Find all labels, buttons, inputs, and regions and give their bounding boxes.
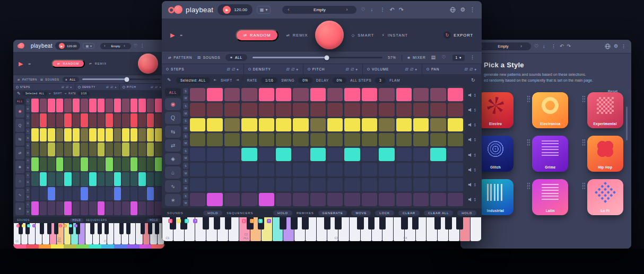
step-cell[interactable] bbox=[40, 113, 47, 127]
refresh-icon[interactable]: ↻ bbox=[471, 78, 476, 83]
drag-handle-icon[interactable] bbox=[582, 139, 586, 146]
step-cell[interactable] bbox=[64, 187, 72, 201]
dice-icon[interactable]: ⚂ bbox=[66, 85, 68, 89]
step-cell[interactable] bbox=[155, 187, 162, 201]
step-cell[interactable] bbox=[106, 128, 113, 142]
hold-button[interactable]: HOLD bbox=[147, 218, 161, 222]
remixes-label[interactable]: REMIXES bbox=[297, 211, 314, 215]
favorite-icon[interactable]: ♡ bbox=[134, 44, 137, 48]
step-cell[interactable] bbox=[207, 118, 222, 131]
remix-slot-chip[interactable]: 7 bbox=[32, 224, 36, 227]
step-cell[interactable] bbox=[98, 172, 105, 186]
tab-pattern[interactable]: ⇄PATTERN bbox=[18, 78, 37, 81]
rate-stepper[interactable]: ▴▾ bbox=[474, 137, 476, 142]
step-cell[interactable] bbox=[310, 118, 326, 131]
sequencers-label[interactable]: SEQUENCERS bbox=[227, 211, 253, 215]
step-cell[interactable] bbox=[413, 133, 429, 146]
sidebar-all-button[interactable]: ALL bbox=[15, 99, 24, 104]
step-cell[interactable] bbox=[293, 193, 308, 206]
step-cell[interactable] bbox=[40, 157, 47, 171]
step-cell[interactable] bbox=[114, 201, 121, 215]
step-cell[interactable] bbox=[122, 187, 129, 201]
step-cell[interactable] bbox=[155, 172, 162, 186]
step-cell[interactable] bbox=[106, 157, 113, 171]
tempo-value[interactable]: 120.00 bbox=[67, 45, 76, 48]
piano-black-key[interactable] bbox=[54, 223, 58, 234]
step-cell[interactable] bbox=[344, 193, 360, 206]
lane-radio-icon[interactable] bbox=[367, 68, 370, 70]
step-cell[interactable] bbox=[396, 193, 412, 206]
step-cell[interactable] bbox=[190, 133, 205, 146]
step-cell[interactable] bbox=[89, 143, 97, 156]
step-cell[interactable] bbox=[293, 178, 308, 191]
step-cell[interactable] bbox=[64, 128, 72, 142]
step-cell[interactable] bbox=[147, 172, 154, 186]
step-cell[interactable] bbox=[40, 99, 47, 112]
step-cell[interactable] bbox=[241, 133, 257, 146]
dice-icon[interactable]: ⚄ bbox=[62, 85, 64, 89]
step-cell[interactable] bbox=[276, 103, 291, 116]
next-preset-icon[interactable]: › bbox=[520, 44, 526, 49]
step-cell[interactable] bbox=[81, 187, 88, 201]
slider-thumb[interactable] bbox=[324, 55, 329, 60]
step-cell[interactable] bbox=[64, 113, 72, 127]
step-cell[interactable] bbox=[379, 118, 394, 131]
sounds-label[interactable]: SOUNDS bbox=[17, 219, 30, 222]
step-cell[interactable] bbox=[430, 148, 446, 161]
redo-icon[interactable]: ↷ bbox=[399, 7, 404, 13]
slider-thumb[interactable] bbox=[124, 77, 129, 82]
step-cell[interactable] bbox=[64, 143, 72, 156]
scrollbar[interactable] bbox=[626, 107, 628, 140]
step-cell[interactable] bbox=[48, 157, 55, 171]
step-cell[interactable] bbox=[327, 178, 343, 191]
piano-black-key[interactable] bbox=[357, 217, 363, 229]
rate-value[interactable]: 1/16 bbox=[78, 92, 89, 95]
step-cell[interactable] bbox=[310, 178, 326, 191]
step-cell[interactable] bbox=[448, 103, 463, 116]
step-cell[interactable] bbox=[73, 99, 80, 112]
remix-button[interactable]: ⇌REMIX bbox=[286, 33, 308, 38]
step-cell[interactable] bbox=[379, 133, 394, 146]
drag-handle-icon[interactable] bbox=[527, 95, 530, 103]
step-cell[interactable] bbox=[241, 178, 257, 191]
mute-button[interactable]: M bbox=[183, 185, 188, 191]
lock-icon[interactable]: ● bbox=[415, 67, 417, 72]
style-card-electronica[interactable]: Electronica bbox=[532, 92, 568, 128]
step-cell[interactable] bbox=[241, 148, 257, 161]
globe-icon[interactable] bbox=[605, 43, 611, 49]
step-cell[interactable] bbox=[130, 187, 138, 201]
piano-black-key[interactable] bbox=[98, 223, 102, 234]
solo-button[interactable]: S bbox=[26, 99, 30, 105]
tab-sounds[interactable]: ⚄SOUNDS bbox=[197, 56, 220, 60]
step-cell[interactable] bbox=[259, 103, 274, 116]
piano-black-key[interactable] bbox=[335, 217, 341, 229]
step-cell[interactable] bbox=[276, 118, 291, 131]
remix-slot-chip[interactable]: 7 bbox=[74, 224, 77, 227]
hold-button[interactable]: HOLD bbox=[203, 210, 222, 216]
shift-left-icon[interactable]: ⇤ bbox=[214, 78, 217, 82]
remix-slot-chip[interactable]: 3 bbox=[250, 219, 254, 223]
remix-slot-chip[interactable]: 1 bbox=[242, 219, 246, 223]
sidebar-instrument-kick[interactable]: ◉ bbox=[15, 105, 24, 118]
step-cell[interactable] bbox=[430, 178, 446, 191]
solo-button[interactable]: S bbox=[183, 118, 188, 125]
piano-black-key[interactable] bbox=[456, 217, 463, 229]
step-cell[interactable] bbox=[396, 118, 412, 131]
lane-radio-icon[interactable] bbox=[248, 68, 251, 70]
solo-button[interactable]: S bbox=[26, 172, 30, 179]
step-cell[interactable] bbox=[190, 178, 205, 191]
dice-icon[interactable]: ⚄ bbox=[286, 67, 289, 72]
remix-slot-chip[interactable]: 5 bbox=[185, 219, 189, 223]
delay-value[interactable]: 0% bbox=[333, 77, 347, 83]
step-cell[interactable] bbox=[413, 148, 429, 161]
preset-menu-icon[interactable]: ⋮ bbox=[551, 44, 556, 49]
speaker-icon[interactable] bbox=[468, 90, 473, 100]
sidebar-instrument-clap[interactable]: ◈ bbox=[165, 153, 181, 165]
step-cell[interactable] bbox=[413, 178, 429, 191]
generate-button[interactable]: GENERATE bbox=[318, 210, 347, 216]
step-cell[interactable] bbox=[114, 172, 121, 186]
piano-black-key[interactable] bbox=[203, 217, 209, 229]
step-cell[interactable] bbox=[241, 103, 257, 116]
step-cell[interactable] bbox=[344, 88, 360, 101]
solo-button[interactable]: S bbox=[183, 178, 188, 184]
